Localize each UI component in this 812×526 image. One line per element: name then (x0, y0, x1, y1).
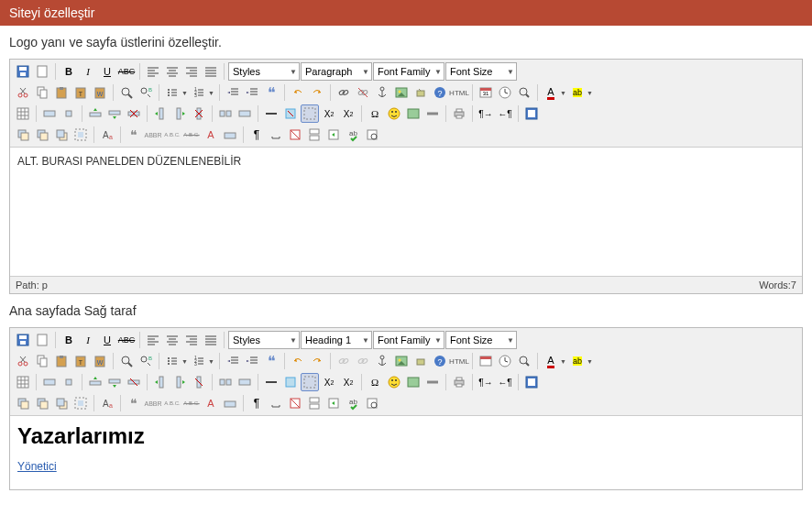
rtl-icon[interactable]: ←¶ (496, 104, 514, 123)
alignjustify-icon[interactable] (202, 62, 220, 81)
editor-content-1[interactable]: ALT. BURASI PANELDEN DÜZENLENEBİLİR (10, 148, 802, 276)
deletecol-icon[interactable] (190, 104, 208, 123)
pasteword-icon[interactable]: W (91, 83, 109, 102)
insertcolafter-icon[interactable] (170, 373, 189, 391)
backcolor-icon[interactable]: ab (568, 352, 587, 370)
insertcolbefore-icon[interactable] (151, 373, 170, 391)
help-icon[interactable]: ? (431, 352, 449, 370)
nonbreaking-icon[interactable] (267, 394, 285, 412)
outdent-icon[interactable] (224, 352, 242, 370)
indent-icon[interactable] (243, 352, 261, 370)
anchor-icon[interactable] (373, 352, 391, 370)
newdoc-icon[interactable] (33, 62, 51, 81)
deleterow-icon[interactable] (125, 104, 143, 123)
deletecol-icon[interactable] (190, 373, 208, 391)
visualchars-icon[interactable]: ¶ (247, 394, 266, 412)
search-icon[interactable] (117, 83, 136, 102)
cellprops-icon[interactable] (60, 104, 78, 123)
attribs-icon[interactable] (221, 394, 239, 412)
hr-icon[interactable] (262, 104, 280, 123)
fullscreen-icon[interactable] (522, 104, 541, 123)
strike-icon[interactable]: ABC (117, 331, 136, 349)
fullscreen-icon[interactable] (522, 373, 541, 391)
insertdate-icon[interactable] (477, 352, 495, 370)
anchor-icon[interactable] (373, 83, 391, 102)
spellcheck2-icon[interactable] (363, 394, 381, 412)
moveforward-icon[interactable] (33, 394, 51, 412)
del-icon[interactable]: A.B.C. (182, 126, 201, 144)
replace-icon[interactable]: B (137, 83, 155, 102)
blockquote-icon[interactable]: ❝ (262, 352, 280, 370)
ltr-icon[interactable]: ¶→ (477, 373, 495, 391)
splitcells-icon[interactable] (216, 373, 235, 391)
deleterow-icon[interactable] (125, 373, 143, 391)
insertrowafter-icon[interactable] (105, 373, 124, 391)
rowprops-icon[interactable] (40, 104, 59, 123)
blockquote-icon[interactable]: ❝ (262, 83, 280, 102)
pagebreak-icon[interactable] (305, 394, 324, 412)
outdent-icon[interactable] (224, 83, 242, 102)
absolute-icon[interactable] (71, 126, 90, 144)
pagebreak-icon[interactable] (305, 126, 324, 144)
insertdate-icon[interactable]: 31 (477, 83, 495, 102)
advhr-icon[interactable] (423, 104, 442, 123)
editor-content-2[interactable]: Yazarlarımız Yönetici (10, 416, 802, 489)
alignright-icon[interactable] (182, 331, 201, 349)
template-icon[interactable] (286, 126, 304, 144)
bold-icon[interactable]: B (60, 62, 78, 81)
backcolor-icon[interactable]: ab (568, 83, 587, 102)
bold-icon[interactable]: B (60, 331, 78, 349)
alignjustify-icon[interactable] (202, 331, 220, 349)
print-icon[interactable] (450, 373, 468, 391)
sub-icon[interactable]: X2 (320, 373, 338, 391)
alignright-icon[interactable] (182, 62, 201, 81)
alignleft-icon[interactable] (144, 62, 162, 81)
link-icon[interactable] (335, 352, 353, 370)
fontsize-dropdown[interactable]: Font Size▼ (445, 62, 517, 81)
paragraph-dropdown[interactable]: Paragraph▼ (301, 62, 372, 81)
forecolor-icon[interactable]: A (542, 83, 560, 102)
insertlayer-icon[interactable] (14, 126, 32, 144)
help-icon[interactable]: ? (431, 83, 449, 102)
numberlist-icon[interactable]: 123 (190, 352, 208, 370)
forecolor-arrow[interactable]: ▼ (560, 90, 567, 96)
charmap-icon[interactable]: Ω (366, 373, 384, 391)
splitcells-icon[interactable] (216, 104, 235, 123)
numberlist-arrow[interactable]: ▼ (208, 90, 215, 96)
restoredraft-icon[interactable] (324, 394, 343, 412)
moveforward-icon[interactable] (33, 126, 51, 144)
emotions-icon[interactable] (385, 104, 403, 123)
movebackward-icon[interactable] (52, 126, 71, 144)
preview-icon[interactable] (515, 352, 533, 370)
numberlist-icon[interactable]: 123 (190, 83, 208, 102)
copy-icon[interactable] (33, 83, 51, 102)
underline-icon[interactable]: U (98, 62, 116, 81)
html-icon[interactable]: HTML (450, 83, 468, 102)
cut-icon[interactable] (14, 352, 32, 370)
image-icon[interactable] (392, 352, 411, 370)
forecolor-icon[interactable]: A (542, 352, 560, 370)
sub-icon[interactable]: X2 (320, 104, 338, 123)
styles-dropdown[interactable]: Styles▼ (228, 331, 300, 349)
cleanup-icon[interactable] (411, 83, 430, 102)
strike-icon[interactable]: ABC (117, 62, 136, 81)
fontfamily-dropdown[interactable]: Font Family▼ (373, 62, 444, 81)
visualaid-icon[interactable] (301, 373, 319, 391)
backcolor-arrow[interactable]: ▼ (587, 90, 594, 96)
cellprops-icon[interactable] (60, 373, 78, 391)
fontsize-dropdown[interactable]: Font Size▼ (445, 331, 517, 349)
bulletlist-arrow[interactable]: ▼ (181, 90, 189, 96)
pasteword-icon[interactable]: W (91, 352, 109, 370)
spellcheck2-icon[interactable] (363, 126, 381, 144)
print-icon[interactable] (450, 104, 468, 123)
insertrowbefore-icon[interactable] (86, 373, 104, 391)
cite-icon[interactable]: ❝ (125, 394, 143, 412)
html-icon[interactable]: HTML (450, 352, 468, 370)
italic-icon[interactable]: I (79, 62, 97, 81)
bulletlist-icon[interactable] (163, 352, 181, 370)
rowprops-icon[interactable] (40, 373, 59, 391)
nonbreaking-icon[interactable] (267, 126, 285, 144)
content-link[interactable]: Yönetici (17, 460, 57, 473)
bulletlist-arrow[interactable]: ▼ (181, 358, 189, 365)
preview-icon[interactable] (515, 83, 533, 102)
